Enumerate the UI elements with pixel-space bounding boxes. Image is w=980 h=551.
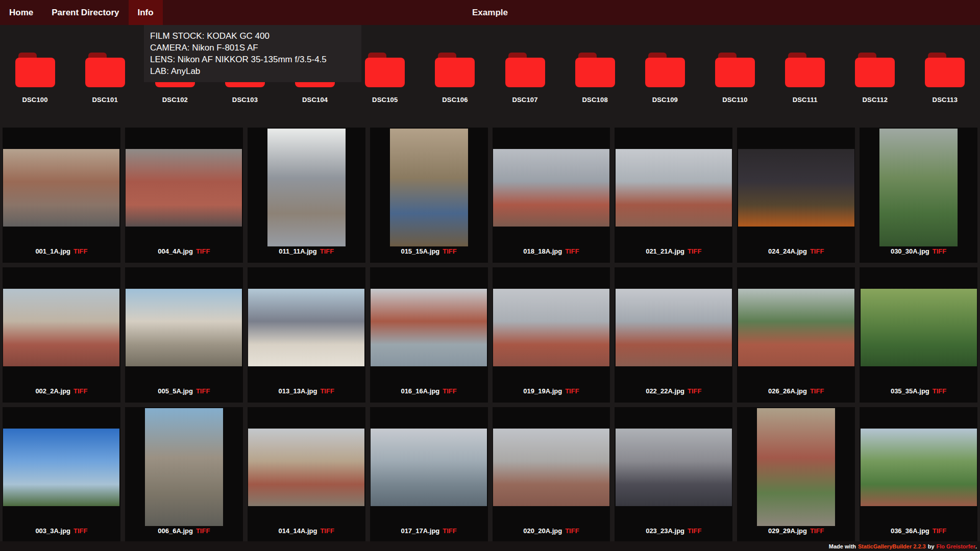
photo-thumbnail[interactable] (616, 149, 732, 227)
folder-icon[interactable] (645, 53, 685, 87)
photo-filename[interactable]: 024_24A.jpg (768, 247, 807, 255)
photo-thumbnail[interactable] (371, 289, 487, 366)
tiff-download-link[interactable]: TIFF (74, 247, 87, 255)
photo-thumbnail[interactable] (126, 289, 242, 366)
photo-filename[interactable]: 030_30A.jpg (891, 247, 929, 255)
folder[interactable]: DSC101 (70, 53, 140, 104)
photo-filename[interactable]: 013_13A.jpg (279, 387, 317, 395)
photo-thumbnail[interactable] (371, 429, 487, 506)
folder-body-shape (365, 58, 405, 87)
photo-filename[interactable]: 020_20A.jpg (523, 527, 562, 535)
photo-filename[interactable]: 016_16A.jpg (401, 387, 439, 395)
folder-icon[interactable] (85, 53, 125, 87)
photo-thumbnail[interactable] (861, 289, 977, 366)
photo-thumbnail[interactable] (3, 429, 119, 506)
folder-icon[interactable] (575, 53, 615, 87)
folder-icon[interactable] (365, 53, 405, 87)
photo-filename[interactable]: 026_26A.jpg (768, 387, 807, 395)
tiff-download-link[interactable]: TIFF (933, 247, 946, 255)
photo-filename[interactable]: 011_11A.jpg (279, 247, 316, 255)
tiff-download-link[interactable]: TIFF (320, 387, 334, 395)
photo-filename[interactable]: 004_4A.jpg (158, 247, 193, 255)
photo-thumbnail[interactable] (616, 429, 732, 506)
photo-thumbnail[interactable] (757, 408, 835, 526)
tiff-download-link[interactable]: TIFF (688, 247, 701, 255)
nav-item-home[interactable]: Home (0, 0, 42, 25)
tiff-download-link[interactable]: TIFF (933, 527, 946, 535)
folder-icon[interactable] (435, 53, 475, 87)
tiff-download-link[interactable]: TIFF (443, 527, 456, 535)
tiff-download-link[interactable]: TIFF (688, 387, 701, 395)
tiff-download-link[interactable]: TIFF (810, 387, 824, 395)
tiff-download-link[interactable]: TIFF (565, 247, 579, 255)
folder-icon[interactable] (855, 53, 895, 87)
tiff-download-link[interactable]: TIFF (74, 527, 87, 535)
photo-thumbnail[interactable] (145, 408, 223, 526)
photo-thumbnail[interactable] (738, 289, 854, 366)
photo-filename[interactable]: 003_3A.jpg (35, 527, 70, 535)
folder[interactable]: DSC107 (490, 53, 560, 104)
tiff-download-link[interactable]: TIFF (443, 387, 456, 395)
photo-filename[interactable]: 014_14A.jpg (279, 527, 317, 535)
photo-thumbnail[interactable] (738, 149, 854, 227)
folder[interactable]: DSC112 (840, 53, 910, 104)
folder-icon[interactable] (15, 53, 55, 87)
photo-thumbnail[interactable] (493, 429, 609, 506)
tiff-download-link[interactable]: TIFF (933, 387, 946, 395)
photo-thumbnail[interactable] (390, 129, 468, 246)
author-link[interactable]: Flo Greistorfer (937, 543, 975, 549)
photo-filename[interactable]: 035_35A.jpg (891, 387, 929, 395)
tiff-download-link[interactable]: TIFF (320, 247, 334, 255)
folder[interactable]: DSC113 (910, 53, 980, 104)
photo-filename[interactable]: 021_21A.jpg (646, 247, 684, 255)
photo-filename[interactable]: 001_1A.jpg (35, 247, 70, 255)
photo-filename[interactable]: 018_18A.jpg (523, 247, 562, 255)
tiff-download-link[interactable]: TIFF (196, 527, 210, 535)
tiff-download-link[interactable]: TIFF (196, 247, 210, 255)
folder[interactable]: DSC111 (770, 53, 840, 104)
photo-filename[interactable]: 019_19A.jpg (523, 387, 562, 395)
nav-item-info[interactable]: Info (129, 0, 163, 25)
folder-icon[interactable] (785, 53, 825, 87)
photo-filename[interactable]: 015_15A.jpg (401, 247, 439, 255)
folder-icon[interactable] (505, 53, 545, 87)
photo-thumbnail[interactable] (493, 289, 609, 366)
photo-thumbnail[interactable] (248, 429, 364, 506)
folder[interactable]: DSC100 (0, 53, 70, 104)
folder[interactable]: DSC109 (630, 53, 700, 104)
tiff-download-link[interactable]: TIFF (196, 387, 210, 395)
photo-thumbnail[interactable] (861, 429, 977, 506)
photo-filename[interactable]: 005_5A.jpg (158, 387, 193, 395)
photo-filename[interactable]: 022_22A.jpg (646, 387, 684, 395)
photo-filename[interactable]: 023_23A.jpg (646, 527, 684, 535)
photo-thumbnail[interactable] (493, 149, 609, 227)
folder[interactable]: DSC110 (700, 53, 770, 104)
photo-thumbnail[interactable] (879, 129, 958, 246)
tiff-download-link[interactable]: TIFF (565, 387, 579, 395)
tiff-download-link[interactable]: TIFF (688, 527, 701, 535)
photo-filename[interactable]: 002_2A.jpg (35, 387, 70, 395)
folder[interactable]: DSC106 (420, 53, 490, 104)
tiff-download-link[interactable]: TIFF (443, 247, 456, 255)
photo-thumbnail[interactable] (3, 289, 119, 366)
nav-item-parent-directory[interactable]: Parent Directory (42, 0, 128, 25)
tiff-download-link[interactable]: TIFF (74, 387, 87, 395)
builder-link[interactable]: StaticGalleryBuilder 2.2.3 (858, 543, 926, 549)
folder[interactable]: DSC108 (560, 53, 630, 104)
photo-thumbnail[interactable] (248, 289, 364, 366)
photo-thumbnail[interactable] (3, 149, 119, 227)
tiff-download-link[interactable]: TIFF (810, 247, 824, 255)
folder-icon[interactable] (925, 53, 965, 87)
photo-thumbnail[interactable] (616, 289, 732, 366)
photo-filename[interactable]: 006_6A.jpg (158, 527, 193, 535)
folder-icon[interactable] (715, 53, 755, 87)
photo-filename[interactable]: 017_17A.jpg (401, 527, 439, 535)
photo-thumbnail[interactable] (267, 129, 346, 246)
photo-filename[interactable]: 036_36A.jpg (891, 527, 929, 535)
photo-thumbnail[interactable] (126, 149, 242, 227)
photo-filename[interactable]: 029_29A.jpg (768, 527, 807, 535)
tiff-download-link[interactable]: TIFF (320, 527, 334, 535)
tiff-download-link[interactable]: TIFF (810, 527, 824, 535)
tiff-download-link[interactable]: TIFF (565, 527, 579, 535)
gallery-cell: 022_22A.jpgTIFF (615, 267, 732, 403)
